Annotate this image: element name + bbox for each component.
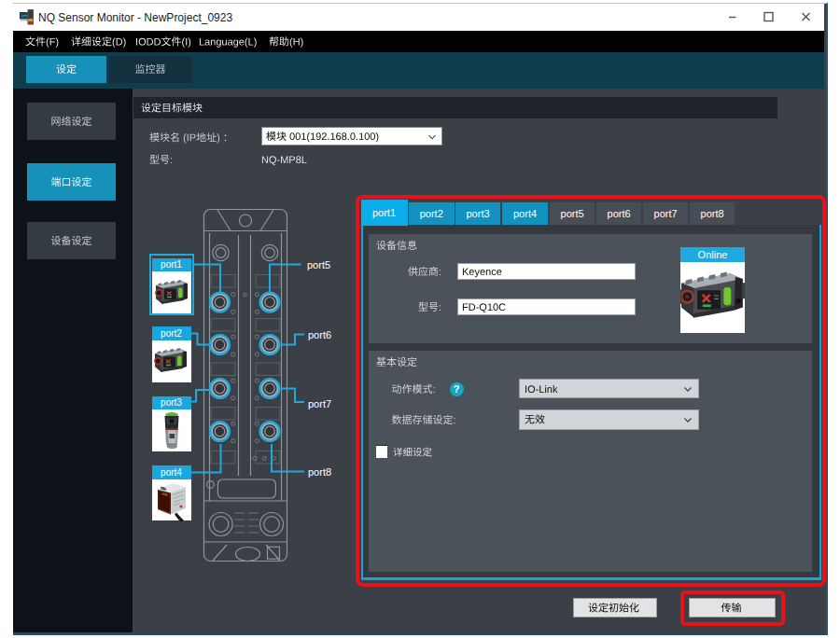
svg-text:port6: port6 bbox=[308, 329, 331, 340]
svg-text:port7: port7 bbox=[308, 398, 331, 409]
svg-text:port5: port5 bbox=[307, 259, 330, 270]
svg-text:port8: port8 bbox=[308, 466, 331, 478]
